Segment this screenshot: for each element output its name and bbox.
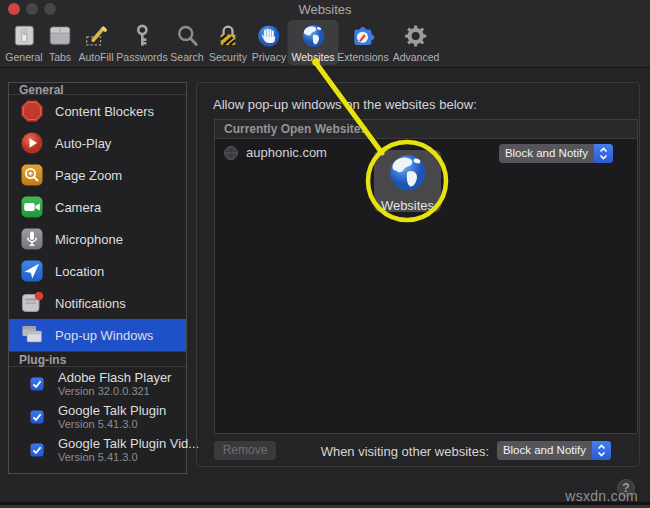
remove-button[interactable]: Remove <box>214 441 276 460</box>
sidebar: General Content Blockers Auto-Play Page … <box>8 82 187 474</box>
other-policy-dropdown[interactable]: Block and Notify <box>497 441 611 460</box>
tab-label: Passwords <box>116 51 167 63</box>
tabs-icon <box>47 22 73 50</box>
advanced-icon <box>403 22 429 50</box>
tab-general[interactable]: General <box>1 20 46 65</box>
checkbox-checked-icon[interactable] <box>30 443 44 457</box>
sidebar-item-location[interactable]: Location <box>9 255 186 287</box>
page-zoom-icon <box>20 163 44 187</box>
callout-label: Websites <box>374 198 441 213</box>
list-header: Currently Open Websites <box>215 120 637 139</box>
location-icon <box>20 259 44 283</box>
auto-play-icon <box>20 131 44 155</box>
titlebar: Websites <box>0 0 650 19</box>
tab-tabs[interactable]: Tabs <box>43 20 77 65</box>
intro-text: Allow pop-up windows on the websites bel… <box>213 97 477 112</box>
plugin-adobe-flash[interactable]: Adobe Flash PlayerVersion 32.0.0.321 <box>9 367 186 400</box>
sidebar-item-notifications[interactable]: Notifications <box>9 287 186 319</box>
tab-extensions[interactable]: Extensions <box>333 20 392 65</box>
checkbox-checked-icon[interactable] <box>30 377 44 391</box>
sidebar-item-label: Auto-Play <box>55 136 111 151</box>
window-title: Websites <box>0 2 650 17</box>
plugin-name: Adobe Flash Player <box>58 370 171 385</box>
plugin-name: Google Talk Plugin <box>58 403 166 418</box>
callout-globe-icon <box>387 152 429 194</box>
pop-up-windows-icon <box>20 323 44 347</box>
callout-websites-button: Websites <box>374 150 441 212</box>
checkbox-checked-icon[interactable] <box>30 410 44 424</box>
sidebar-item-label: Camera <box>55 200 101 215</box>
bottom-bar: Remove When visiting other websites: Blo… <box>197 441 639 461</box>
sidebar-item-label: Notifications <box>55 296 126 311</box>
tab-privacy[interactable]: Privacy <box>248 20 290 65</box>
tab-label: Extensions <box>337 51 388 63</box>
tab-label: General <box>5 51 42 63</box>
sidebar-item-content-blockers[interactable]: Content Blockers <box>9 95 186 127</box>
other-websites-label: When visiting other websites: <box>321 444 489 459</box>
dropdown-stepper-icon <box>592 441 611 460</box>
tab-autofill[interactable]: AutoFill <box>74 20 117 65</box>
search-icon <box>174 22 200 50</box>
tab-label: Search <box>170 51 203 63</box>
passwords-icon <box>129 22 155 50</box>
tab-label: AutoFill <box>78 51 113 63</box>
plugin-google-talk[interactable]: Google Talk PluginVersion 5.41.3.0 <box>9 400 186 433</box>
site-policy-dropdown[interactable]: Block and Notify <box>499 144 613 163</box>
sidebar-item-page-zoom[interactable]: Page Zoom <box>9 159 186 191</box>
plugin-version: Version 5.41.3.0 <box>58 418 166 430</box>
site-favicon-icon <box>223 145 239 161</box>
plugin-google-talk-video[interactable]: Google Talk Plugin Vid...Version 5.41.3.… <box>9 433 186 466</box>
websites-icon <box>300 22 326 50</box>
sidebar-item-label: Microphone <box>55 232 123 247</box>
tab-label: Security <box>209 51 247 63</box>
security-icon <box>215 22 241 50</box>
sidebar-item-pop-up-windows[interactable]: Pop-up Windows <box>9 319 186 351</box>
tab-websites[interactable]: Websites <box>288 20 339 65</box>
plugin-version: Version 5.41.3.0 <box>58 451 199 463</box>
sidebar-item-auto-play[interactable]: Auto-Play <box>9 127 186 159</box>
content-blockers-icon <box>20 99 44 123</box>
content-area: General Content Blockers Auto-Play Page … <box>0 69 650 502</box>
popup-settings-panel: Allow pop-up windows on the websites bel… <box>196 82 640 467</box>
tab-label: Privacy <box>252 51 286 63</box>
camera-icon <box>20 195 44 219</box>
plugin-version: Version 32.0.0.321 <box>58 385 171 397</box>
plugin-name: Google Talk Plugin Vid... <box>58 436 199 451</box>
sidebar-section-general: General <box>9 83 186 95</box>
safari-preferences-window: Websites General Tabs AutoFill Passwords… <box>0 0 650 508</box>
tab-passwords[interactable]: Passwords <box>112 20 171 65</box>
dropdown-value: Block and Notify <box>499 147 594 160</box>
general-icon <box>11 22 37 50</box>
sidebar-item-microphone[interactable]: Microphone <box>9 223 186 255</box>
sidebar-item-label: Pop-up Windows <box>55 328 153 343</box>
notifications-icon <box>20 291 44 315</box>
sidebar-section-plugins: Plug-ins <box>9 351 186 367</box>
sidebar-item-label: Location <box>55 264 104 279</box>
dropdown-value: Block and Notify <box>497 444 592 457</box>
sidebar-item-label: Content Blockers <box>55 104 154 119</box>
tab-label: Advanced <box>393 51 440 63</box>
tab-security[interactable]: Security <box>205 20 251 65</box>
extensions-icon <box>350 22 376 50</box>
sidebar-item-camera[interactable]: Camera <box>9 191 186 223</box>
tab-label: Tabs <box>47 51 73 63</box>
site-name: auphonic.com <box>246 145 327 160</box>
autofill-icon <box>83 22 109 50</box>
microphone-icon <box>20 227 44 251</box>
preferences-toolbar: General Tabs AutoFill Passwords Search S… <box>0 19 650 68</box>
sidebar-item-label: Page Zoom <box>55 168 122 183</box>
tab-advanced[interactable]: Advanced <box>389 20 444 65</box>
privacy-icon <box>256 22 282 50</box>
tab-search[interactable]: Search <box>166 20 207 65</box>
dropdown-stepper-icon <box>594 144 613 163</box>
tab-label: Websites <box>292 51 335 63</box>
